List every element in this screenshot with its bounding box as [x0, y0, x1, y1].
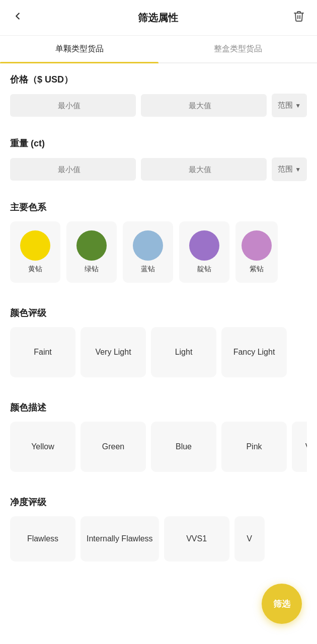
- list-item[interactable]: Faint: [10, 327, 75, 377]
- list-item[interactable]: Viol: [292, 422, 307, 472]
- back-button[interactable]: [10, 9, 25, 27]
- chevron-down-icon: ▼: [295, 102, 301, 109]
- desc-label: Green: [102, 442, 124, 451]
- desc-label: Yellow: [31, 442, 54, 451]
- tab-single[interactable]: 单颗类型货品: [0, 36, 158, 62]
- weight-range-label: 范围: [278, 165, 293, 174]
- list-item[interactable]: 紫钻: [235, 221, 278, 283]
- list-item[interactable]: Yellow: [10, 422, 75, 472]
- weight-max-input[interactable]: [141, 158, 267, 181]
- price-range-button[interactable]: 范围 ▼: [272, 94, 307, 117]
- weight-range-button[interactable]: 范围 ▼: [272, 157, 307, 181]
- grade-label: Light: [175, 348, 193, 357]
- clarity-section: 净度评级 Flawless Internally Flawless VVS1 V: [0, 486, 317, 566]
- desc-label: Blue: [176, 442, 192, 451]
- color-title: 主要色系: [10, 201, 307, 213]
- weight-min-input[interactable]: [10, 158, 136, 181]
- list-item[interactable]: 黄钻: [10, 221, 60, 283]
- color-label: 蓝钻: [141, 265, 155, 274]
- grade-list: Faint Very Light Light Fancy Light: [10, 327, 307, 381]
- color-label: 绿钻: [85, 265, 99, 274]
- header: 筛选属性: [0, 0, 317, 36]
- list-item[interactable]: Internally Flawless: [81, 516, 159, 561]
- price-section: 价格（$ USD） 范围 ▼: [0, 63, 317, 117]
- indigo-diamond-circle: [189, 230, 219, 261]
- color-label: 靛钻: [197, 265, 211, 274]
- list-item[interactable]: Fancy Light: [221, 327, 287, 377]
- grade-label: Faint: [34, 348, 52, 357]
- color-label: 紫钻: [250, 265, 264, 274]
- price-row: 范围 ▼: [10, 94, 307, 117]
- list-item[interactable]: Flawless: [10, 516, 75, 561]
- clarity-label: VVS1: [186, 534, 207, 543]
- purple-diamond-circle: [242, 230, 272, 261]
- trash-button[interactable]: [291, 8, 307, 27]
- desc-label: Viol: [305, 442, 307, 451]
- clarity-label: Internally Flawless: [87, 534, 153, 543]
- list-item[interactable]: 蓝钻: [123, 221, 173, 283]
- price-min-input[interactable]: [10, 94, 136, 117]
- list-item[interactable]: Very Light: [81, 327, 146, 377]
- clarity-title: 净度评级: [10, 496, 307, 508]
- color-section: 主要色系 黄钻 绿钻 蓝钻 靛钻 紫钻: [0, 191, 317, 287]
- green-diamond-circle: [76, 230, 107, 261]
- price-title: 价格（$ USD）: [10, 73, 307, 86]
- clarity-label: V: [247, 534, 252, 543]
- weight-section: 重量 (ct) 范围 ▼: [0, 127, 317, 181]
- price-range-label: 范围: [278, 101, 293, 110]
- filter-fab-label: 筛选: [273, 598, 290, 610]
- weight-title: 重量 (ct): [10, 137, 307, 149]
- clarity-label: Flawless: [27, 534, 58, 543]
- grade-title: 颜色评级: [10, 307, 307, 319]
- page-title: 筛选属性: [138, 11, 178, 25]
- color-label: 黄钻: [28, 265, 42, 274]
- filter-fab-button[interactable]: 筛选: [262, 584, 302, 624]
- clarity-list: Flawless Internally Flawless VVS1 V: [10, 516, 307, 566]
- list-item[interactable]: Pink: [221, 422, 287, 472]
- yellow-diamond-circle: [20, 230, 50, 261]
- grade-label: Very Light: [95, 348, 131, 357]
- tabs-bar: 单颗类型货品 整盒类型货品: [0, 36, 317, 63]
- weight-row: 范围 ▼: [10, 157, 307, 181]
- grade-label: Fancy Light: [233, 348, 275, 357]
- list-item[interactable]: VVS1: [164, 516, 229, 561]
- color-list: 黄钻 绿钻 蓝钻 靛钻 紫钻: [10, 221, 307, 287]
- desc-section: 颜色描述 Yellow Green Blue Pink Viol: [0, 391, 317, 476]
- tab-box[interactable]: 整盒类型货品: [158, 36, 317, 62]
- price-max-input[interactable]: [141, 94, 267, 117]
- list-item[interactable]: Green: [81, 422, 146, 472]
- list-item[interactable]: V: [234, 516, 265, 561]
- list-item[interactable]: Blue: [151, 422, 216, 472]
- blue-diamond-circle: [133, 230, 163, 261]
- list-item[interactable]: 靛钻: [179, 221, 229, 283]
- list-item[interactable]: 绿钻: [66, 221, 117, 283]
- chevron-down-icon-2: ▼: [295, 166, 301, 173]
- desc-label: Pink: [246, 442, 262, 451]
- desc-list: Yellow Green Blue Pink Viol: [10, 422, 307, 476]
- list-item[interactable]: Light: [151, 327, 216, 377]
- desc-title: 颜色描述: [10, 401, 307, 414]
- grade-section: 颜色评级 Faint Very Light Light Fancy Light: [0, 297, 317, 381]
